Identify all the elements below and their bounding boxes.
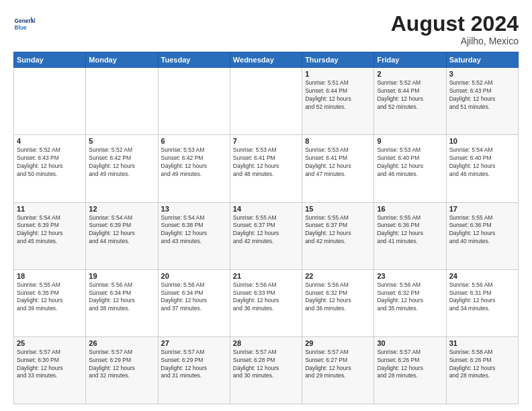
- day-cell: 3Sunrise: 5:52 AM Sunset: 6:43 PM Daylig…: [446, 68, 518, 135]
- day-number: 7: [233, 137, 299, 145]
- day-cell: 25Sunrise: 5:57 AM Sunset: 6:30 PM Dayli…: [14, 336, 86, 404]
- day-number: 14: [233, 205, 299, 213]
- week-row-3: 11Sunrise: 5:54 AM Sunset: 6:39 PM Dayli…: [14, 202, 519, 269]
- title-block: August 2024 Ajilho, Mexico: [391, 12, 519, 46]
- day-info: Sunrise: 5:52 AM Sunset: 6:43 PM Dayligh…: [17, 146, 83, 179]
- col-thursday: Thursday: [302, 52, 374, 68]
- day-cell: 29Sunrise: 5:57 AM Sunset: 6:27 PM Dayli…: [302, 336, 374, 404]
- day-info: Sunrise: 5:58 AM Sunset: 6:26 PM Dayligh…: [449, 349, 515, 381]
- day-cell: 18Sunrise: 5:55 AM Sunset: 6:35 PM Dayli…: [14, 269, 86, 336]
- day-cell: [14, 68, 86, 135]
- day-number: 29: [305, 339, 371, 347]
- day-number: 28: [233, 339, 299, 347]
- day-cell: 19Sunrise: 5:56 AM Sunset: 6:34 PM Dayli…: [86, 269, 158, 336]
- day-number: 11: [17, 205, 83, 213]
- day-cell: 30Sunrise: 5:57 AM Sunset: 6:26 PM Dayli…: [374, 336, 446, 404]
- day-info: Sunrise: 5:54 AM Sunset: 6:40 PM Dayligh…: [449, 146, 515, 179]
- logo-icon: General Blue: [13, 12, 35, 34]
- day-info: Sunrise: 5:56 AM Sunset: 6:32 PM Dayligh…: [305, 281, 371, 314]
- day-cell: 7Sunrise: 5:53 AM Sunset: 6:41 PM Daylig…: [230, 135, 302, 202]
- day-cell: 9Sunrise: 5:53 AM Sunset: 6:40 PM Daylig…: [374, 135, 446, 202]
- col-sunday: Sunday: [14, 52, 86, 68]
- day-info: Sunrise: 5:53 AM Sunset: 6:41 PM Dayligh…: [305, 146, 371, 179]
- day-info: Sunrise: 5:57 AM Sunset: 6:29 PM Dayligh…: [161, 349, 227, 381]
- day-number: 12: [89, 205, 154, 213]
- day-cell: 10Sunrise: 5:54 AM Sunset: 6:40 PM Dayli…: [446, 135, 518, 202]
- day-cell: 6Sunrise: 5:53 AM Sunset: 6:42 PM Daylig…: [158, 135, 230, 202]
- day-info: Sunrise: 5:57 AM Sunset: 6:30 PM Dayligh…: [17, 349, 83, 381]
- day-number: 20: [161, 272, 227, 280]
- day-cell: 1Sunrise: 5:51 AM Sunset: 6:44 PM Daylig…: [302, 68, 374, 135]
- day-cell: [230, 68, 302, 135]
- day-info: Sunrise: 5:56 AM Sunset: 6:34 PM Dayligh…: [89, 281, 154, 314]
- day-cell: 26Sunrise: 5:57 AM Sunset: 6:29 PM Dayli…: [86, 336, 158, 404]
- day-number: 2: [377, 70, 443, 78]
- day-info: Sunrise: 5:55 AM Sunset: 6:35 PM Dayligh…: [17, 281, 83, 314]
- day-cell: 11Sunrise: 5:54 AM Sunset: 6:39 PM Dayli…: [14, 202, 86, 269]
- col-monday: Monday: [86, 52, 158, 68]
- day-info: Sunrise: 5:57 AM Sunset: 6:27 PM Dayligh…: [305, 349, 371, 381]
- day-info: Sunrise: 5:52 AM Sunset: 6:44 PM Dayligh…: [377, 79, 443, 111]
- day-cell: 27Sunrise: 5:57 AM Sunset: 6:29 PM Dayli…: [158, 336, 230, 404]
- day-number: 1: [305, 70, 371, 78]
- day-cell: 12Sunrise: 5:54 AM Sunset: 6:39 PM Dayli…: [86, 202, 158, 269]
- day-info: Sunrise: 5:57 AM Sunset: 6:26 PM Dayligh…: [377, 349, 443, 381]
- page: General Blue August 2024 Ajilho, Mexico …: [0, 0, 532, 411]
- day-number: 10: [449, 137, 515, 145]
- day-cell: 8Sunrise: 5:53 AM Sunset: 6:41 PM Daylig…: [302, 135, 374, 202]
- day-info: Sunrise: 5:55 AM Sunset: 6:37 PM Dayligh…: [305, 214, 371, 246]
- day-info: Sunrise: 5:57 AM Sunset: 6:29 PM Dayligh…: [89, 349, 154, 381]
- day-cell: 14Sunrise: 5:55 AM Sunset: 6:37 PM Dayli…: [230, 202, 302, 269]
- day-number: 15: [305, 205, 371, 213]
- day-info: Sunrise: 5:54 AM Sunset: 6:39 PM Dayligh…: [89, 214, 154, 246]
- day-cell: 13Sunrise: 5:54 AM Sunset: 6:38 PM Dayli…: [158, 202, 230, 269]
- day-cell: 2Sunrise: 5:52 AM Sunset: 6:44 PM Daylig…: [374, 68, 446, 135]
- day-number: 17: [449, 205, 515, 213]
- week-row-4: 18Sunrise: 5:55 AM Sunset: 6:35 PM Dayli…: [14, 269, 519, 336]
- calendar-body: 1Sunrise: 5:51 AM Sunset: 6:44 PM Daylig…: [14, 68, 519, 404]
- day-number: 22: [305, 272, 371, 280]
- day-info: Sunrise: 5:52 AM Sunset: 6:42 PM Dayligh…: [89, 146, 154, 179]
- day-info: Sunrise: 5:54 AM Sunset: 6:38 PM Dayligh…: [161, 214, 227, 246]
- day-cell: 4Sunrise: 5:52 AM Sunset: 6:43 PM Daylig…: [14, 135, 86, 202]
- day-number: 4: [17, 137, 83, 145]
- day-cell: 15Sunrise: 5:55 AM Sunset: 6:37 PM Dayli…: [302, 202, 374, 269]
- header-row: Sunday Monday Tuesday Wednesday Thursday…: [14, 52, 519, 68]
- day-info: Sunrise: 5:55 AM Sunset: 6:36 PM Dayligh…: [449, 214, 515, 246]
- calendar-table: Sunday Monday Tuesday Wednesday Thursday…: [13, 52, 519, 404]
- day-cell: 31Sunrise: 5:58 AM Sunset: 6:26 PM Dayli…: [446, 336, 518, 404]
- day-number: 21: [233, 272, 299, 280]
- day-number: 5: [89, 137, 154, 145]
- col-tuesday: Tuesday: [158, 52, 230, 68]
- day-number: 24: [449, 272, 515, 280]
- week-row-5: 25Sunrise: 5:57 AM Sunset: 6:30 PM Dayli…: [14, 336, 519, 404]
- day-cell: 22Sunrise: 5:56 AM Sunset: 6:32 PM Dayli…: [302, 269, 374, 336]
- day-cell: 21Sunrise: 5:56 AM Sunset: 6:33 PM Dayli…: [230, 269, 302, 336]
- day-cell: 16Sunrise: 5:55 AM Sunset: 6:36 PM Dayli…: [374, 202, 446, 269]
- day-cell: [158, 68, 230, 135]
- svg-text:Blue: Blue: [15, 24, 27, 31]
- day-number: 19: [89, 272, 154, 280]
- day-info: Sunrise: 5:55 AM Sunset: 6:37 PM Dayligh…: [233, 214, 299, 246]
- day-cell: 23Sunrise: 5:56 AM Sunset: 6:32 PM Dayli…: [374, 269, 446, 336]
- calendar-title: August 2024: [391, 12, 519, 36]
- day-number: 25: [17, 339, 83, 347]
- day-info: Sunrise: 5:53 AM Sunset: 6:42 PM Dayligh…: [161, 146, 227, 179]
- day-info: Sunrise: 5:53 AM Sunset: 6:41 PM Dayligh…: [233, 146, 299, 179]
- day-cell: 20Sunrise: 5:56 AM Sunset: 6:34 PM Dayli…: [158, 269, 230, 336]
- day-info: Sunrise: 5:56 AM Sunset: 6:34 PM Dayligh…: [161, 281, 227, 314]
- day-number: 6: [161, 137, 227, 145]
- day-number: 18: [17, 272, 83, 280]
- day-info: Sunrise: 5:51 AM Sunset: 6:44 PM Dayligh…: [305, 79, 371, 111]
- col-saturday: Saturday: [446, 52, 518, 68]
- day-number: 26: [89, 339, 154, 347]
- header: General Blue August 2024 Ajilho, Mexico: [13, 12, 519, 46]
- day-number: 23: [377, 272, 443, 280]
- day-number: 3: [449, 70, 515, 78]
- day-info: Sunrise: 5:56 AM Sunset: 6:32 PM Dayligh…: [377, 281, 443, 314]
- col-friday: Friday: [374, 52, 446, 68]
- day-cell: 17Sunrise: 5:55 AM Sunset: 6:36 PM Dayli…: [446, 202, 518, 269]
- logo: General Blue: [13, 12, 35, 34]
- week-row-1: 1Sunrise: 5:51 AM Sunset: 6:44 PM Daylig…: [14, 68, 519, 135]
- day-info: Sunrise: 5:56 AM Sunset: 6:31 PM Dayligh…: [449, 281, 515, 314]
